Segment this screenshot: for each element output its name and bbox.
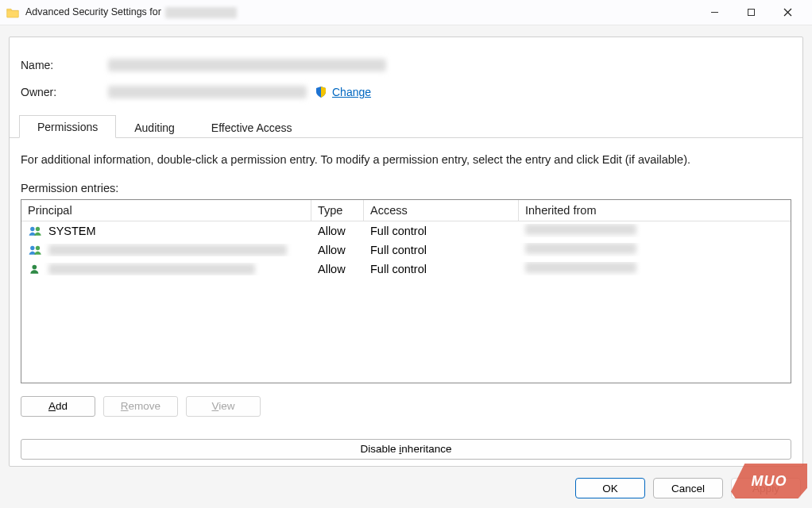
maximize-button[interactable] [733,0,769,25]
row-type: Allow [311,263,364,275]
row-access: Full control [364,263,519,275]
shield-icon [315,86,327,98]
inherited-redacted [525,224,636,235]
col-inherited[interactable]: Inherited from [519,200,791,221]
svg-point-6 [30,246,34,250]
grid-body: SYSTEMAllowFull controlAllowFull control… [21,221,791,279]
close-button[interactable] [769,0,806,25]
name-value-redacted [108,59,386,71]
tab-permissions[interactable]: Permissions [19,115,116,138]
inherited-redacted [525,262,636,273]
table-row[interactable]: AllowFull control [21,260,791,279]
col-type[interactable]: Type [311,200,364,221]
tab-strip: Permissions Auditing Effective Access [10,115,802,138]
tab-body: For additional information, double-click… [10,138,802,469]
row-type: Allow [311,225,364,237]
change-owner-link[interactable]: Change [332,86,371,98]
inherited-redacted [525,243,636,254]
owner-value-redacted [108,86,307,98]
ok-button[interactable]: OK [575,478,645,498]
principal-redacted [48,264,255,275]
principal-redacted [48,244,287,256]
principal-name: SYSTEM [48,225,96,237]
tab-effective-access[interactable]: Effective Access [193,116,311,138]
table-row[interactable]: AllowFull control [21,241,791,260]
disable-inheritance-button[interactable]: Disable inheritance [21,439,791,460]
col-principal[interactable]: Principal [21,200,311,221]
view-button: View [186,396,261,417]
remove-button: Remove [103,396,178,417]
help-text: For additional information, double-click… [21,152,791,167]
svg-point-4 [30,227,34,231]
svg-point-7 [36,246,40,250]
window-title: Advanced Security Settings for [25,6,237,18]
grid-header[interactable]: Principal Type Access Inherited from [21,200,791,221]
row-access: Full control [364,244,519,256]
svg-point-8 [33,265,37,270]
svg-rect-1 [748,10,754,16]
minimize-button[interactable] [696,0,733,25]
dialog-buttons: OK Cancel Apply [575,478,801,498]
tab-auditing[interactable]: Auditing [116,116,193,138]
permission-entries-grid[interactable]: Principal Type Access Inherited from SYS… [21,199,791,383]
header-section: Name: Owner: Change [10,37,802,115]
title-bar: Advanced Security Settings for [0,0,812,25]
row-access: Full control [364,225,519,237]
dialog-frame: Name: Owner: Change Permissions Auditing… [9,37,803,467]
table-row[interactable]: SYSTEMAllowFull control [21,221,791,241]
cancel-button[interactable]: Cancel [653,478,723,498]
apply-button: Apply [731,478,801,498]
entries-label: Permission entries: [21,182,791,194]
redacted-text [165,7,237,18]
add-button[interactable]: Add [21,396,95,417]
name-label: Name: [21,59,108,71]
folder-icon [6,7,19,18]
col-access[interactable]: Access [364,200,519,221]
row-type: Allow [311,244,364,256]
svg-point-5 [36,227,40,231]
owner-label: Owner: [21,86,108,98]
